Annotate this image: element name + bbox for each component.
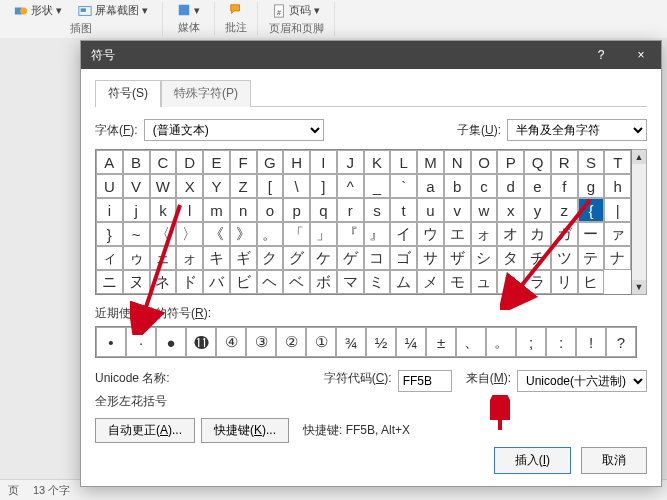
screenshot-button[interactable]: 屏幕截图▾ bbox=[74, 2, 152, 19]
symbol-cell[interactable]: ボ bbox=[310, 270, 337, 294]
symbol-cell[interactable]: B bbox=[123, 150, 150, 174]
symbol-cell[interactable]: Z bbox=[230, 174, 257, 198]
symbol-cell[interactable]: ザ bbox=[444, 246, 471, 270]
symbol-cell[interactable]: ォ bbox=[471, 222, 498, 246]
symbol-cell[interactable]: j bbox=[123, 198, 150, 222]
symbol-cell[interactable]: y bbox=[524, 198, 551, 222]
symbol-cell[interactable]: z bbox=[551, 198, 578, 222]
symbol-cell[interactable]: リ bbox=[551, 270, 578, 294]
symbol-cell[interactable]: W bbox=[150, 174, 177, 198]
symbol-cell[interactable]: ゲ bbox=[337, 246, 364, 270]
symbol-cell[interactable]: | bbox=[604, 198, 631, 222]
autocorrect-button[interactable]: 自动更正(A)... bbox=[95, 418, 195, 443]
symbol-cell[interactable]: ュ bbox=[471, 270, 498, 294]
symbol-cell[interactable]: 》 bbox=[230, 222, 257, 246]
symbol-cell[interactable]: ケ bbox=[310, 246, 337, 270]
symbol-cell[interactable]: l bbox=[176, 198, 203, 222]
symbol-cell[interactable]: o bbox=[257, 198, 284, 222]
symbol-cell[interactable]: バ bbox=[203, 270, 230, 294]
recent-symbol-cell[interactable]: ② bbox=[276, 327, 306, 357]
recent-symbol-cell[interactable]: ± bbox=[426, 327, 456, 357]
shapes-button[interactable]: 形状▾ bbox=[10, 2, 66, 19]
recent-symbol-cell[interactable]: ; bbox=[516, 327, 546, 357]
grid-scrollbar[interactable]: ▲ ▼ bbox=[632, 149, 647, 295]
symbol-cell[interactable]: イ bbox=[390, 222, 417, 246]
symbol-cell[interactable]: p bbox=[283, 198, 310, 222]
symbol-cell[interactable]: b bbox=[444, 174, 471, 198]
symbol-cell[interactable]: ァ bbox=[604, 222, 631, 246]
recent-symbol-cell[interactable]: : bbox=[546, 327, 576, 357]
symbol-cell[interactable]: q bbox=[310, 198, 337, 222]
symbol-cell[interactable]: ビ bbox=[230, 270, 257, 294]
symbol-cell[interactable]: w bbox=[471, 198, 498, 222]
symbol-cell[interactable]: 〈 bbox=[150, 222, 177, 246]
symbol-cell[interactable]: ォ bbox=[176, 246, 203, 270]
recent-symbol-cell[interactable]: • bbox=[96, 327, 126, 357]
symbol-cell[interactable]: ヨ bbox=[497, 270, 524, 294]
symbol-cell[interactable]: ニ bbox=[96, 270, 123, 294]
symbol-cell[interactable]: S bbox=[578, 150, 605, 174]
recent-symbol-cell[interactable]: ! bbox=[576, 327, 606, 357]
symbol-cell[interactable]: f bbox=[551, 174, 578, 198]
symbol-cell[interactable]: ヌ bbox=[123, 270, 150, 294]
symbol-cell[interactable]: h bbox=[604, 174, 631, 198]
symbol-cell[interactable]: } bbox=[96, 222, 123, 246]
symbol-cell[interactable]: コ bbox=[364, 246, 391, 270]
symbol-cell[interactable]: タ bbox=[497, 246, 524, 270]
symbol-cell[interactable]: N bbox=[444, 150, 471, 174]
symbol-cell[interactable]: D bbox=[176, 150, 203, 174]
symbol-cell[interactable]: 」 bbox=[310, 222, 337, 246]
symbol-cell[interactable]: 〉 bbox=[176, 222, 203, 246]
recent-symbol-cell[interactable]: 。 bbox=[486, 327, 516, 357]
subset-select[interactable]: 半角及全角字符 bbox=[507, 119, 647, 141]
symbol-cell[interactable]: マ bbox=[337, 270, 364, 294]
symbol-cell[interactable]: i bbox=[96, 198, 123, 222]
cancel-button[interactable]: 取消 bbox=[581, 447, 647, 474]
symbol-cell[interactable]: A bbox=[96, 150, 123, 174]
symbol-cell[interactable]: t bbox=[390, 198, 417, 222]
symbol-cell[interactable]: ィ bbox=[96, 246, 123, 270]
symbol-cell[interactable]: [ bbox=[257, 174, 284, 198]
symbol-cell[interactable]: サ bbox=[417, 246, 444, 270]
symbol-cell[interactable]: u bbox=[417, 198, 444, 222]
symbol-cell[interactable]: R bbox=[551, 150, 578, 174]
symbol-cell[interactable]: T bbox=[604, 150, 631, 174]
status-page[interactable]: 页 bbox=[8, 483, 19, 498]
recent-symbol-cell[interactable]: ⓫ bbox=[186, 327, 216, 357]
symbol-cell[interactable]: V bbox=[123, 174, 150, 198]
symbol-cell[interactable]: { bbox=[578, 198, 605, 222]
symbol-cell[interactable]: c bbox=[471, 174, 498, 198]
symbol-cell[interactable]: m bbox=[203, 198, 230, 222]
charcode-input[interactable] bbox=[398, 370, 452, 392]
symbol-cell[interactable]: k bbox=[150, 198, 177, 222]
symbol-cell[interactable]: C bbox=[150, 150, 177, 174]
symbol-cell[interactable]: モ bbox=[444, 270, 471, 294]
symbol-cell[interactable]: X bbox=[176, 174, 203, 198]
symbol-cell[interactable]: F bbox=[230, 150, 257, 174]
recent-symbol-cell[interactable]: ½ bbox=[366, 327, 396, 357]
symbol-cell[interactable]: 』 bbox=[364, 222, 391, 246]
symbol-cell[interactable]: G bbox=[257, 150, 284, 174]
symbol-cell[interactable]: ウ bbox=[417, 222, 444, 246]
close-button[interactable]: × bbox=[621, 41, 661, 69]
symbol-cell[interactable]: ゴ bbox=[390, 246, 417, 270]
scroll-down-button[interactable]: ▼ bbox=[632, 280, 646, 294]
symbol-cell[interactable]: n bbox=[230, 198, 257, 222]
symbol-cell[interactable]: J bbox=[337, 150, 364, 174]
symbol-cell[interactable]: ネ bbox=[150, 270, 177, 294]
symbol-cell[interactable]: ミ bbox=[364, 270, 391, 294]
symbol-cell[interactable]: ` bbox=[390, 174, 417, 198]
recent-symbol-cell[interactable]: ③ bbox=[246, 327, 276, 357]
symbol-cell[interactable]: Y bbox=[203, 174, 230, 198]
symbol-cell[interactable]: \ bbox=[283, 174, 310, 198]
symbol-cell[interactable]: g bbox=[578, 174, 605, 198]
scroll-up-button[interactable]: ▲ bbox=[632, 150, 646, 164]
symbol-cell[interactable]: テ bbox=[578, 246, 605, 270]
symbol-cell[interactable]: カ bbox=[524, 222, 551, 246]
symbol-cell[interactable]: O bbox=[471, 150, 498, 174]
symbol-cell[interactable]: 「 bbox=[283, 222, 310, 246]
symbol-cell[interactable]: ク bbox=[257, 246, 284, 270]
symbol-cell[interactable]: 『 bbox=[337, 222, 364, 246]
symbol-cell[interactable]: M bbox=[417, 150, 444, 174]
symbol-cell[interactable]: ド bbox=[176, 270, 203, 294]
